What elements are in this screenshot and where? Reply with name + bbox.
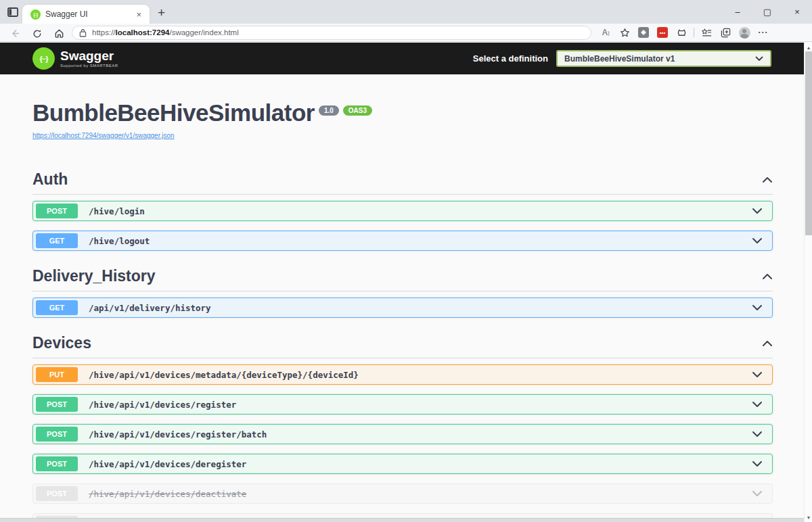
favorites-bar-icon[interactable] [698,25,715,40]
bottom-window-edge [0,518,804,522]
lock-icon [79,28,87,37]
toolbar-divider [694,28,694,37]
section-header[interactable]: Devices [32,333,773,358]
operation-row[interactable]: POST /hive/api/v1/devices/deactivate [32,483,773,504]
operation-row[interactable]: GET /api/v1/delivery/history [32,298,773,318]
window-controls: – ▢ × [723,0,812,24]
api-sections: Auth POST /hive/login GET /hive/logout D… [32,169,773,522]
swagger-topbar: {··} Swagger Supported by SMARTBEAR Sele… [0,43,804,74]
operation-row[interactable]: POST /hive/login [32,201,773,221]
section-title: Delivery_History [32,267,156,285]
method-badge: POST [36,486,78,501]
more-options-icon[interactable]: ··· [754,25,772,40]
chevron-up-icon[interactable] [762,270,773,283]
home-icon[interactable] [50,26,68,39]
tab-actions-menu-icon[interactable] [7,6,19,18]
vertical-scrollbar[interactable]: ▲ ▼ [804,43,812,522]
operation-row[interactable]: PUT /hive/api/v1/devices/metadata/{devic… [32,364,773,385]
chevron-down-icon[interactable] [752,398,763,410]
api-title: BumbleBeeHiveSimulator [32,99,315,126]
section-operations: PUT /hive/api/v1/devices/metadata/{devic… [32,364,773,522]
section-operations: GET /api/v1/delivery/history [32,298,773,318]
swagger-favicon-icon: {-} [30,9,41,20]
method-badge: POST [36,397,78,412]
chevron-down-icon[interactable] [752,428,763,440]
toolbar-right-icons: A) ••• ··· [597,25,772,40]
favorite-star-icon[interactable] [616,25,633,40]
version-badge: 1.0 [319,105,339,116]
section-header[interactable]: Auth [32,169,773,195]
extension-shape-icon[interactable] [673,25,690,40]
profile-avatar[interactable] [736,25,753,40]
definition-select[interactable]: BumbleBeeHiveSimulator v1 [556,50,771,67]
select-definition-label: Select a definition [473,53,548,64]
maximize-button[interactable]: ▢ [752,0,782,24]
new-tab-button[interactable]: + [158,5,165,21]
browser-toolbar: https://localhost:7294/swagger/index.htm… [0,24,812,42]
operation-path: /hive/login [89,206,752,216]
section-operations: POST /hive/login GET /hive/logout [32,201,773,251]
operation-path: /hive/api/v1/devices/deregister [89,459,752,469]
tab-strip: {-} Swagger UI × + – ▢ × [0,0,812,24]
read-aloud-icon[interactable]: A) [597,25,614,40]
method-badge: GET [36,233,78,248]
method-badge: POST [36,456,78,471]
chevron-up-icon[interactable] [762,337,773,350]
collections-icon[interactable] [717,25,734,40]
chevron-down-icon [755,56,763,62]
method-badge: POST [36,204,78,218]
method-badge: PUT [36,367,78,382]
operation-row[interactable]: POST /hive/api/v1/devices/register/batch [32,424,773,444]
scrollbar-thumb[interactable] [805,51,812,235]
chevron-up-icon[interactable] [762,174,773,186]
swagger-logo-tagline: Supported by SMARTBEAR [60,64,118,68]
operation-row[interactable]: GET /hive/logout [32,231,773,251]
operation-path: /hive/logout [89,236,752,246]
swagger-logo-icon: {··} [32,47,55,70]
spec-json-link[interactable]: https://localhost:7294/swagger/v1/swagge… [32,132,175,139]
api-section: Delivery_History GET /api/v1/delivery/hi… [32,266,773,318]
chevron-down-icon[interactable] [752,488,763,500]
tab-title: Swagger UI [45,9,133,19]
method-badge: POST [36,427,78,442]
operation-path: /api/v1/delivery/history [89,303,752,313]
section-title: Devices [32,334,91,352]
browser-tab[interactable]: {-} Swagger UI × [22,5,150,24]
tab-close-icon[interactable]: × [133,9,144,20]
chevron-down-icon[interactable] [752,458,763,470]
swagger-logo-text: Swagger [60,49,118,62]
operation-row[interactable]: POST /hive/api/v1/devices/register [32,394,773,414]
chevron-down-icon[interactable] [752,235,763,247]
oas3-badge: OAS3 [343,105,372,116]
extension-gray-icon[interactable] [635,25,652,40]
back-icon[interactable] [5,26,23,39]
chevron-down-icon[interactable] [752,302,763,314]
operation-path: /hive/api/v1/devices/deactivate [89,489,752,499]
method-badge: GET [36,300,78,315]
address-bar[interactable]: https://localhost:7294/swagger/index.htm… [72,26,591,40]
api-info: BumbleBeeHiveSimulator1.0OAS3 https://lo… [32,74,773,139]
close-button[interactable]: × [782,0,812,24]
scroll-up-icon[interactable]: ▲ [805,43,812,51]
chevron-down-icon[interactable] [752,369,763,381]
api-section: Devices PUT /hive/api/v1/devices/metadat… [32,333,773,522]
operation-path: /hive/api/v1/devices/register [89,400,752,410]
url-text: https://localhost:7294/swagger/index.htm… [92,28,239,37]
definition-select-value: BumbleBeeHiveSimulator v1 [564,54,755,64]
swagger-logo: {··} Swagger Supported by SMARTBEAR [32,47,118,70]
refresh-icon[interactable] [28,26,46,38]
swagger-page: BumbleBeeHiveSimulator1.0OAS3 https://lo… [0,74,804,522]
operation-row[interactable]: POST /hive/api/v1/devices/deregister [32,454,773,474]
section-header[interactable]: Delivery_History [32,266,773,291]
scroll-down-icon[interactable]: ▼ [805,513,812,521]
operation-path: /hive/api/v1/devices/metadata/{deviceTyp… [89,370,752,380]
minimize-button[interactable]: – [723,0,752,24]
extension-red-icon[interactable]: ••• [654,25,671,40]
api-section: Auth POST /hive/login GET /hive/logout [32,169,773,251]
section-title: Auth [32,170,68,189]
operation-path: /hive/api/v1/devices/register/batch [89,429,752,440]
browser-window: {-} Swagger UI × + – ▢ × https://localho… [0,0,812,522]
chevron-down-icon[interactable] [752,205,763,217]
